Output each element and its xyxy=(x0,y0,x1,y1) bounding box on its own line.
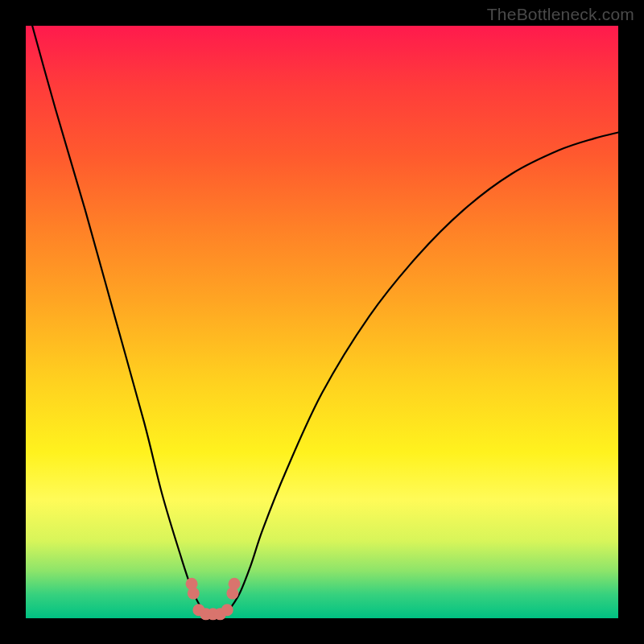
bead xyxy=(188,588,200,600)
chart-frame: TheBottleneck.com xyxy=(0,0,644,644)
chart-svg xyxy=(26,26,618,618)
bead xyxy=(221,604,233,616)
bottleneck-curve xyxy=(26,2,618,619)
bead-cluster xyxy=(186,578,241,621)
watermark-text: TheBottleneck.com xyxy=(487,5,634,24)
plot-area xyxy=(26,26,618,618)
bead xyxy=(229,578,241,590)
